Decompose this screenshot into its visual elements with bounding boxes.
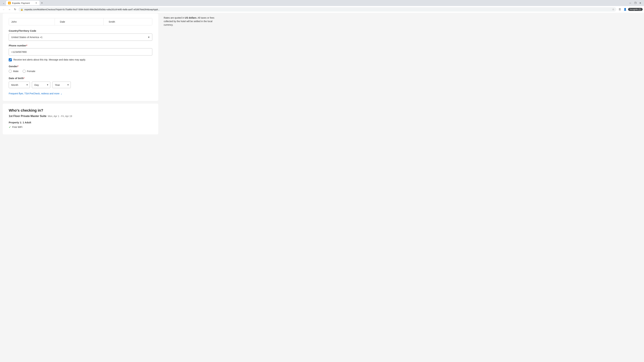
sidebar: Rates are quoted in US dollars. All taxe… (161, 13, 225, 362)
close-button[interactable]: ✕ (638, 1, 643, 5)
gender-male-radio[interactable] (9, 70, 12, 73)
minimize-button[interactable]: ─ (628, 1, 632, 5)
gender-female-label: Female (27, 70, 36, 72)
lock-icon: 🔒 (20, 8, 23, 11)
tab-list-button[interactable]: ⌄ (1, 1, 6, 5)
wifi-label: Free WiFi (12, 126, 22, 128)
year-select-wrapper: Year ▼ (52, 82, 71, 88)
day-select[interactable]: Day (32, 82, 50, 88)
tab-list-icon: ⌄ (3, 2, 5, 4)
new-tab-button[interactable]: + (40, 1, 44, 5)
reader-mode-button[interactable]: ☰ (617, 7, 622, 12)
sms-checkbox-row: Receive text alerts about this trip. Mes… (9, 58, 152, 61)
active-tab[interactable]: E Expedia: Payment ✕ (6, 1, 40, 5)
gender-label: Gender* (9, 65, 152, 68)
gender-male-label: Male (13, 70, 18, 72)
bookmark-icon[interactable]: ☆ (612, 8, 614, 11)
gender-required-star: * (18, 65, 18, 68)
month-select[interactable]: Month January February March April May J… (9, 82, 30, 88)
last-name-field[interactable] (106, 18, 152, 25)
dob-required-star: * (24, 77, 24, 80)
window-controls: ─ ❐ ✕ (628, 1, 643, 5)
property-label: Property 1: 1 Adult (9, 121, 152, 124)
rates-info-text: Rates are quoted in US dollars. All taxe… (164, 16, 222, 27)
name-fields-row (9, 18, 152, 25)
phone-field-group: Phone number* (9, 44, 152, 58)
checkin-section: Who's checking in? 1st Floor Private Mas… (3, 104, 158, 134)
month-select-wrapper: Month January February March April May J… (9, 82, 30, 88)
url-text: expedia.com/MultiItemCheckout?tripid=5c7… (24, 8, 611, 11)
day-select-wrapper: Day ▼ (32, 82, 50, 88)
phone-label: Phone number* (9, 44, 152, 47)
dob-field-group: Date of birth* Month January February Ma… (9, 77, 152, 88)
country-select-wrapper: United States of America +1 Canada +1 Un… (9, 33, 152, 41)
page-wrapper: Country/Territory Code United States of … (0, 13, 644, 362)
close-icon: ✕ (639, 2, 641, 4)
sms-checkbox[interactable] (9, 58, 12, 61)
room-info-row: 1st Floor Private Master Suite Mon, Apr … (9, 115, 152, 118)
browser-actions: ☰ 👤 Incognito (2) (617, 7, 643, 12)
year-select[interactable]: Year (52, 82, 71, 88)
maximize-icon: ❐ (634, 2, 636, 4)
middle-name-field[interactable] (58, 18, 104, 25)
country-label: Country/Territory Code (9, 29, 152, 32)
browser-chrome: ⌄ E Expedia: Payment ✕ + ─ ❐ ✕ (0, 0, 644, 13)
dob-label: Date of birth* (9, 77, 152, 80)
dob-selects-row: Month January February March April May J… (9, 82, 152, 88)
wifi-amenity-row: ✓ Free WiFi (9, 125, 152, 129)
gender-radio-row: Male Female (9, 70, 152, 73)
profile-button[interactable]: 👤 (623, 7, 628, 12)
sms-label: Receive text alerts about this trip. Mes… (14, 58, 86, 61)
forward-button[interactable]: → (7, 7, 12, 12)
refresh-icon: ↻ (14, 8, 16, 11)
main-content: Country/Territory Code United States of … (0, 13, 161, 362)
tab-bar-row: ⌄ E Expedia: Payment ✕ + ─ ❐ ✕ (0, 0, 644, 6)
forward-icon: → (8, 8, 11, 11)
back-icon: ← (2, 8, 5, 11)
country-select[interactable]: United States of America +1 Canada +1 Un… (9, 33, 152, 41)
tab-favicon: E (8, 2, 11, 4)
back-button[interactable]: ← (1, 7, 6, 12)
checkin-title: Who's checking in? (9, 108, 152, 113)
check-icon: ✓ (9, 125, 11, 129)
room-dates: Mon, Apr 1 - Fri, Apr 19 (48, 115, 72, 117)
frequent-flyer-link[interactable]: Frequent flyer, TSA PreCheck, redress an… (9, 92, 152, 95)
gender-female-radio[interactable] (23, 70, 26, 73)
expand-icon: ⌄ (60, 92, 62, 95)
first-name-field[interactable] (9, 18, 55, 25)
profile-icon: 👤 (624, 8, 627, 11)
gender-female-option[interactable]: Female (23, 70, 36, 73)
reader-icon: ☰ (619, 8, 621, 11)
phone-input[interactable] (9, 48, 152, 55)
gender-male-option[interactable]: Male (9, 70, 18, 73)
maximize-button[interactable]: ❐ (633, 1, 638, 5)
tab-close-button[interactable]: ✕ (35, 2, 38, 4)
gender-field-group: Gender* Male Female (9, 65, 152, 73)
address-bar-row: ← → ↻ 🔒 expedia.com/MultiItemCheckout?tr… (0, 6, 644, 13)
incognito-badge[interactable]: Incognito (2) (628, 8, 643, 11)
room-name: 1st Floor Private Master Suite (9, 115, 46, 118)
tab-title: Expedia: Payment (12, 2, 34, 4)
frequent-flyer-label: Frequent flyer, TSA PreCheck, redress an… (9, 92, 59, 95)
new-tab-icon: + (41, 1, 43, 5)
refresh-button[interactable]: ↻ (13, 7, 18, 12)
address-bar[interactable]: 🔒 expedia.com/MultiItemCheckout?tripid=5… (18, 7, 616, 11)
country-field-group: Country/Territory Code United States of … (9, 29, 152, 41)
minimize-icon: ─ (630, 2, 631, 4)
phone-required-star: * (26, 44, 27, 47)
traveler-form-card: Country/Territory Code United States of … (3, 13, 158, 101)
